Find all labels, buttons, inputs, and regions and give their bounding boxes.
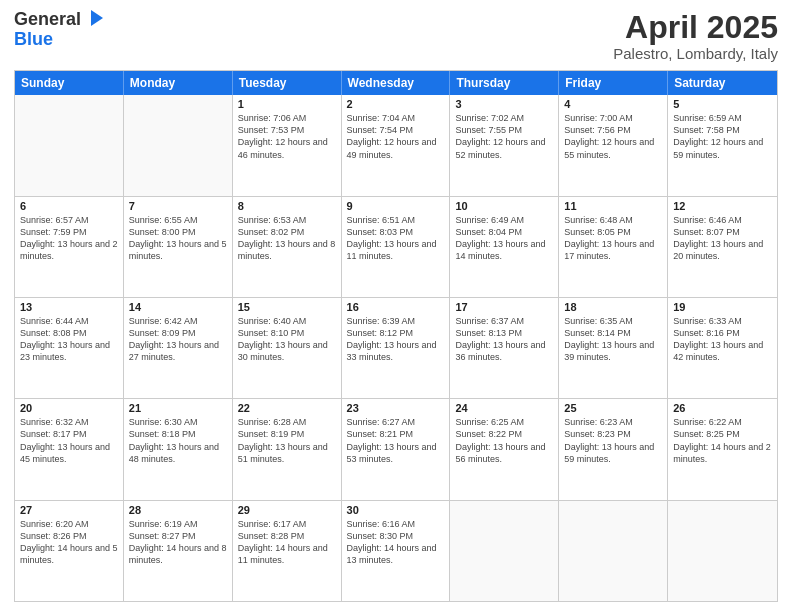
day-info: Sunrise: 6:42 AM Sunset: 8:09 PM Dayligh… [129, 315, 227, 364]
day-info: Sunrise: 6:51 AM Sunset: 8:03 PM Dayligh… [347, 214, 445, 263]
day-number: 21 [129, 402, 227, 414]
calendar-subtitle: Palestro, Lombardy, Italy [613, 45, 778, 62]
day-cell-21: 21Sunrise: 6:30 AM Sunset: 8:18 PM Dayli… [124, 399, 233, 499]
svg-marker-0 [91, 10, 103, 26]
empty-cell-4-5 [559, 501, 668, 601]
day-number: 16 [347, 301, 445, 313]
title-block: April 2025 Palestro, Lombardy, Italy [613, 10, 778, 62]
day-number: 13 [20, 301, 118, 313]
day-cell-11: 11Sunrise: 6:48 AM Sunset: 8:05 PM Dayli… [559, 197, 668, 297]
day-info: Sunrise: 6:27 AM Sunset: 8:21 PM Dayligh… [347, 416, 445, 465]
calendar-row-4: 20Sunrise: 6:32 AM Sunset: 8:17 PM Dayli… [15, 398, 777, 499]
day-cell-10: 10Sunrise: 6:49 AM Sunset: 8:04 PM Dayli… [450, 197, 559, 297]
day-cell-5: 5Sunrise: 6:59 AM Sunset: 7:58 PM Daylig… [668, 95, 777, 195]
day-info: Sunrise: 7:04 AM Sunset: 7:54 PM Dayligh… [347, 112, 445, 161]
day-info: Sunrise: 7:06 AM Sunset: 7:53 PM Dayligh… [238, 112, 336, 161]
day-number: 30 [347, 504, 445, 516]
day-info: Sunrise: 6:57 AM Sunset: 7:59 PM Dayligh… [20, 214, 118, 263]
day-info: Sunrise: 6:30 AM Sunset: 8:18 PM Dayligh… [129, 416, 227, 465]
logo-icon [83, 8, 105, 30]
day-info: Sunrise: 6:48 AM Sunset: 8:05 PM Dayligh… [564, 214, 662, 263]
day-info: Sunrise: 6:19 AM Sunset: 8:27 PM Dayligh… [129, 518, 227, 567]
day-cell-7: 7Sunrise: 6:55 AM Sunset: 8:00 PM Daylig… [124, 197, 233, 297]
day-number: 6 [20, 200, 118, 212]
logo-text-blue: Blue [14, 30, 105, 50]
day-number: 29 [238, 504, 336, 516]
weekday-header-thursday: Thursday [450, 71, 559, 95]
day-number: 3 [455, 98, 553, 110]
day-number: 19 [673, 301, 772, 313]
day-cell-24: 24Sunrise: 6:25 AM Sunset: 8:22 PM Dayli… [450, 399, 559, 499]
day-number: 20 [20, 402, 118, 414]
day-number: 27 [20, 504, 118, 516]
day-number: 1 [238, 98, 336, 110]
calendar-row-3: 13Sunrise: 6:44 AM Sunset: 8:08 PM Dayli… [15, 297, 777, 398]
day-cell-17: 17Sunrise: 6:37 AM Sunset: 8:13 PM Dayli… [450, 298, 559, 398]
day-info: Sunrise: 6:33 AM Sunset: 8:16 PM Dayligh… [673, 315, 772, 364]
day-cell-27: 27Sunrise: 6:20 AM Sunset: 8:26 PM Dayli… [15, 501, 124, 601]
day-number: 15 [238, 301, 336, 313]
day-number: 26 [673, 402, 772, 414]
calendar-row-5: 27Sunrise: 6:20 AM Sunset: 8:26 PM Dayli… [15, 500, 777, 601]
day-cell-14: 14Sunrise: 6:42 AM Sunset: 8:09 PM Dayli… [124, 298, 233, 398]
day-cell-23: 23Sunrise: 6:27 AM Sunset: 8:21 PM Dayli… [342, 399, 451, 499]
calendar-header: SundayMondayTuesdayWednesdayThursdayFrid… [15, 71, 777, 95]
day-cell-12: 12Sunrise: 6:46 AM Sunset: 8:07 PM Dayli… [668, 197, 777, 297]
day-number: 2 [347, 98, 445, 110]
day-number: 24 [455, 402, 553, 414]
weekday-header-tuesday: Tuesday [233, 71, 342, 95]
day-info: Sunrise: 6:53 AM Sunset: 8:02 PM Dayligh… [238, 214, 336, 263]
day-number: 7 [129, 200, 227, 212]
day-cell-9: 9Sunrise: 6:51 AM Sunset: 8:03 PM Daylig… [342, 197, 451, 297]
weekday-header-saturday: Saturday [668, 71, 777, 95]
day-info: Sunrise: 6:39 AM Sunset: 8:12 PM Dayligh… [347, 315, 445, 364]
day-number: 18 [564, 301, 662, 313]
day-info: Sunrise: 6:22 AM Sunset: 8:25 PM Dayligh… [673, 416, 772, 465]
calendar-row-1: 1Sunrise: 7:06 AM Sunset: 7:53 PM Daylig… [15, 95, 777, 195]
day-info: Sunrise: 6:17 AM Sunset: 8:28 PM Dayligh… [238, 518, 336, 567]
day-number: 12 [673, 200, 772, 212]
day-info: Sunrise: 6:59 AM Sunset: 7:58 PM Dayligh… [673, 112, 772, 161]
day-number: 22 [238, 402, 336, 414]
day-info: Sunrise: 6:44 AM Sunset: 8:08 PM Dayligh… [20, 315, 118, 364]
day-cell-3: 3Sunrise: 7:02 AM Sunset: 7:55 PM Daylig… [450, 95, 559, 195]
day-info: Sunrise: 6:46 AM Sunset: 8:07 PM Dayligh… [673, 214, 772, 263]
day-number: 4 [564, 98, 662, 110]
empty-cell-4-4 [450, 501, 559, 601]
day-cell-25: 25Sunrise: 6:23 AM Sunset: 8:23 PM Dayli… [559, 399, 668, 499]
day-cell-30: 30Sunrise: 6:16 AM Sunset: 8:30 PM Dayli… [342, 501, 451, 601]
day-number: 10 [455, 200, 553, 212]
day-cell-6: 6Sunrise: 6:57 AM Sunset: 7:59 PM Daylig… [15, 197, 124, 297]
day-info: Sunrise: 7:02 AM Sunset: 7:55 PM Dayligh… [455, 112, 553, 161]
day-info: Sunrise: 6:23 AM Sunset: 8:23 PM Dayligh… [564, 416, 662, 465]
day-cell-8: 8Sunrise: 6:53 AM Sunset: 8:02 PM Daylig… [233, 197, 342, 297]
weekday-header-sunday: Sunday [15, 71, 124, 95]
day-cell-2: 2Sunrise: 7:04 AM Sunset: 7:54 PM Daylig… [342, 95, 451, 195]
day-info: Sunrise: 6:16 AM Sunset: 8:30 PM Dayligh… [347, 518, 445, 567]
day-cell-13: 13Sunrise: 6:44 AM Sunset: 8:08 PM Dayli… [15, 298, 124, 398]
day-cell-4: 4Sunrise: 7:00 AM Sunset: 7:56 PM Daylig… [559, 95, 668, 195]
day-cell-22: 22Sunrise: 6:28 AM Sunset: 8:19 PM Dayli… [233, 399, 342, 499]
day-cell-20: 20Sunrise: 6:32 AM Sunset: 8:17 PM Dayli… [15, 399, 124, 499]
day-number: 14 [129, 301, 227, 313]
day-info: Sunrise: 6:35 AM Sunset: 8:14 PM Dayligh… [564, 315, 662, 364]
day-number: 23 [347, 402, 445, 414]
day-cell-29: 29Sunrise: 6:17 AM Sunset: 8:28 PM Dayli… [233, 501, 342, 601]
header: General Blue April 2025 Palestro, Lombar… [14, 10, 778, 62]
day-number: 17 [455, 301, 553, 313]
page: General Blue April 2025 Palestro, Lombar… [0, 0, 792, 612]
day-number: 25 [564, 402, 662, 414]
weekday-header-wednesday: Wednesday [342, 71, 451, 95]
day-number: 28 [129, 504, 227, 516]
day-info: Sunrise: 6:55 AM Sunset: 8:00 PM Dayligh… [129, 214, 227, 263]
empty-cell-4-6 [668, 501, 777, 601]
logo: General Blue [14, 10, 105, 50]
calendar: SundayMondayTuesdayWednesdayThursdayFrid… [14, 70, 778, 602]
day-cell-15: 15Sunrise: 6:40 AM Sunset: 8:10 PM Dayli… [233, 298, 342, 398]
day-cell-16: 16Sunrise: 6:39 AM Sunset: 8:12 PM Dayli… [342, 298, 451, 398]
day-cell-19: 19Sunrise: 6:33 AM Sunset: 8:16 PM Dayli… [668, 298, 777, 398]
day-info: Sunrise: 6:28 AM Sunset: 8:19 PM Dayligh… [238, 416, 336, 465]
day-number: 5 [673, 98, 772, 110]
calendar-body: 1Sunrise: 7:06 AM Sunset: 7:53 PM Daylig… [15, 95, 777, 601]
calendar-title: April 2025 [613, 10, 778, 45]
